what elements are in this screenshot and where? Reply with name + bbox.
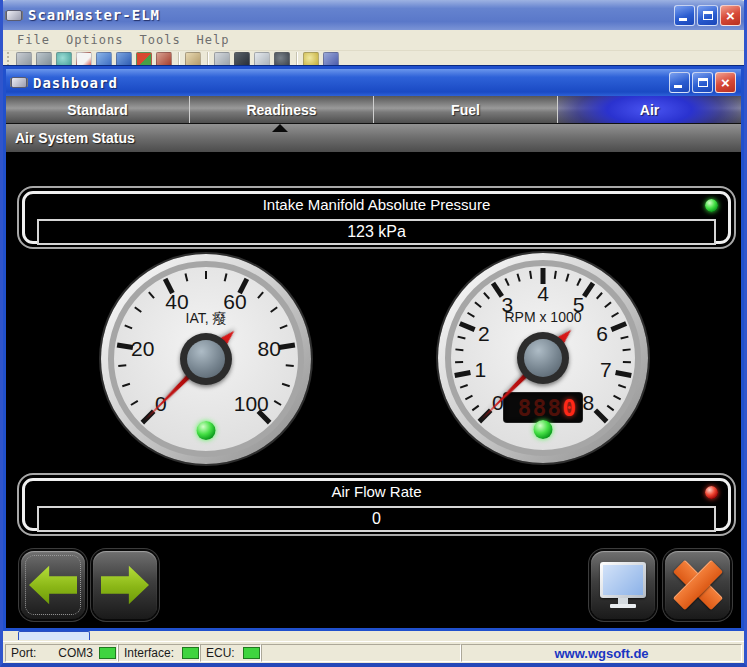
tab-fuel[interactable]: Fuel: [373, 96, 557, 123]
interface-indicator: [182, 647, 199, 659]
statusbar: Port: COM3 Interface: ECU: www.wgsoft.de: [3, 641, 744, 663]
iat-label-100: 100: [234, 392, 269, 416]
dashboard-window: Dashboard × Standard Readiness Fuel Air …: [3, 66, 744, 631]
back-button[interactable]: [21, 551, 85, 619]
port-value: COM3: [58, 646, 93, 660]
ecu-label: ECU:: [206, 646, 235, 660]
display-icon[interactable]: [116, 52, 132, 66]
battery-icon[interactable]: [254, 52, 270, 66]
section-title: Air System Status: [6, 124, 741, 152]
maximize-icon: [698, 78, 708, 87]
rpm-label-8: 8: [582, 391, 594, 415]
close-icon: ×: [716, 73, 735, 92]
arrow-left-icon: [29, 564, 77, 606]
monitor-button[interactable]: [591, 551, 655, 619]
statusbar-spacer: [261, 644, 461, 662]
menu-tools[interactable]: Tools: [131, 31, 188, 49]
rpm-led: [534, 420, 553, 439]
document-icon[interactable]: [76, 52, 92, 66]
close-button[interactable]: ×: [720, 5, 741, 26]
terminal-icon[interactable]: [234, 52, 250, 66]
app-chip-icon: [6, 10, 22, 21]
iat-led: [197, 421, 216, 440]
toolbar-separator: [207, 52, 208, 66]
menu-file[interactable]: File: [9, 31, 58, 49]
menu-help[interactable]: Help: [189, 31, 238, 49]
minimize-icon: [679, 18, 687, 21]
network-icon[interactable]: [274, 52, 290, 66]
port-label: Port:: [11, 646, 36, 660]
dashboard-titlebar[interactable]: Dashboard ×: [6, 69, 741, 96]
tab-standard[interactable]: Standard: [6, 96, 189, 123]
arrow-right-icon: [101, 564, 149, 606]
wgsoft-link[interactable]: www.wgsoft.de: [462, 646, 741, 661]
minimized-window-stub[interactable]: [18, 631, 90, 640]
tabbar: Standard Readiness Fuel Air: [6, 96, 741, 124]
monitor-icon: [600, 562, 646, 608]
rpm-label-6: 6: [596, 322, 608, 346]
monitor-icon[interactable]: [96, 52, 112, 66]
iat-gauge: 020406080100IAT, 癈: [101, 254, 311, 464]
info-icon[interactable]: [303, 52, 319, 66]
dashboard-title: Dashboard: [33, 75, 118, 91]
close-dashboard-button[interactable]: [665, 551, 730, 619]
menubar: File Options Tools Help: [3, 30, 744, 51]
forward-button[interactable]: [93, 551, 157, 619]
user-icon[interactable]: [156, 52, 172, 66]
screen-icon[interactable]: [214, 52, 230, 66]
rpm-label-4: 4: [537, 282, 549, 306]
dashboard-minimize-button[interactable]: [669, 72, 690, 93]
rpm-caption: RPM x 1000: [504, 309, 581, 325]
close-icon: ×: [721, 6, 740, 25]
airflow-status-led: [705, 486, 718, 499]
imap-panel-title: Intake Manifold Absolute Pressure: [25, 196, 728, 213]
iat-label-20: 20: [131, 337, 154, 361]
tab-readiness[interactable]: Readiness: [189, 96, 373, 123]
help-book-icon[interactable]: [323, 52, 339, 66]
rpm-lcd-display: 8880: [504, 393, 582, 422]
tab-air[interactable]: Air: [557, 96, 741, 123]
iat-hub: [180, 333, 232, 385]
main-titlebar[interactable]: ScanMaster-ELM ×: [0, 0, 747, 30]
rpm-label-1: 1: [474, 358, 486, 382]
menu-options[interactable]: Options: [58, 31, 132, 49]
clipboard-icon[interactable]: [185, 52, 201, 66]
globe-icon[interactable]: [56, 52, 72, 66]
app-window: ScanMaster-ELM × File Options Tools Help…: [0, 0, 747, 667]
minimize-icon: [674, 85, 682, 88]
rpm-hub: [517, 332, 569, 384]
iat-label-80: 80: [258, 337, 281, 361]
imap-value: 123 kPa: [37, 219, 716, 245]
readiness-pointer-icon: [272, 124, 288, 132]
iat-tick: [205, 271, 207, 279]
dashboard-close-button[interactable]: ×: [715, 72, 736, 93]
iat-label-60: 60: [223, 290, 246, 314]
imap-panel: Intake Manifold Absolute Pressure 123 kP…: [17, 186, 736, 249]
connect-icon[interactable]: [16, 52, 32, 66]
app-title: ScanMaster-ELM: [28, 7, 160, 23]
ecu-indicator: [243, 647, 260, 659]
rpm-tick: [623, 361, 631, 363]
toolbar-grip[interactable]: [7, 52, 10, 66]
rpm-gauge: 012345678RPM x 10008880: [438, 253, 648, 463]
trash-icon[interactable]: [36, 52, 52, 66]
airflow-value: 0: [37, 506, 716, 532]
airflow-panel: Air Flow Rate 0: [17, 473, 736, 536]
toolbar-separator: [296, 52, 297, 66]
iat-caption: IAT, 癈: [186, 310, 227, 328]
mdi-area: [3, 631, 744, 641]
dashboard-maximize-button[interactable]: [692, 72, 713, 93]
airflow-panel-title: Air Flow Rate: [25, 483, 728, 500]
rpm-tick: [455, 361, 463, 363]
dashboard-chip-icon: [11, 77, 27, 88]
chart-grid-icon[interactable]: [136, 52, 152, 66]
maximize-button[interactable]: [697, 5, 718, 26]
rpm-label-7: 7: [600, 358, 612, 382]
maximize-icon: [703, 11, 713, 20]
x-icon: [673, 560, 723, 610]
toolbar: [3, 52, 744, 66]
toolbar-separator: [178, 52, 179, 66]
rpm-label-2: 2: [478, 322, 490, 346]
minimize-button[interactable]: [674, 5, 695, 26]
port-indicator: [99, 647, 116, 659]
